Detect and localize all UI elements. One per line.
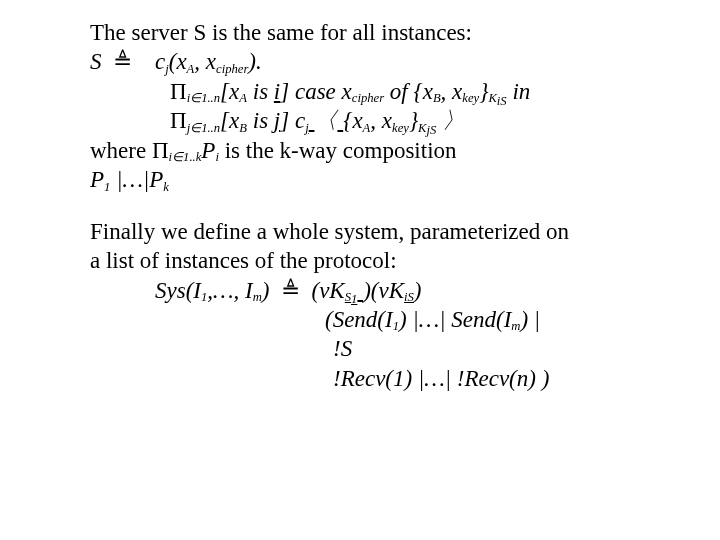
sym-triangle: ≜ — [113, 49, 132, 74]
line-bangS: !S — [90, 334, 680, 363]
line-where: where Πi∈1..kPi is the k-way composition — [90, 136, 680, 165]
page: The server S is the same for all instanc… — [0, 0, 720, 393]
line-finally-1: Finally we define a whole system, parame… — [90, 217, 680, 246]
line-send: (Send(I1) |…| Send(Im) | — [90, 305, 680, 334]
line-server-intro: The server S is the same for all instanc… — [90, 18, 680, 47]
line-pi-j: Πj∈1..n[xB is j] cj 〈 {xA, xkey}KjS 〉 — [90, 106, 680, 135]
sym-pi: Π — [170, 79, 187, 104]
line-sys-def: Sys(I1,…, Im) ≜ (νKS1 )(νKiS) — [90, 276, 680, 305]
expr-cj: cj(xA, xcipher). — [155, 49, 262, 74]
sym-S: S — [90, 49, 107, 74]
sym-triangle-2: ≜ — [281, 278, 300, 303]
spacer — [90, 195, 680, 217]
line-s-def: S ≜ cj(xA, xcipher). — [90, 47, 680, 76]
line-pi-i: Πi∈1..n[xA is i] case xcipher of {xB, xk… — [90, 77, 680, 106]
sym-pi-2: Π — [170, 108, 187, 133]
line-finally-2: a list of instances of the protocol: — [90, 246, 680, 275]
line-p1-pk: P1 |…|Pk — [90, 165, 680, 194]
line-recv: !Recv(1) |…| !Recv(n) ) — [90, 364, 680, 393]
sym-pi-3: Π — [152, 138, 169, 163]
